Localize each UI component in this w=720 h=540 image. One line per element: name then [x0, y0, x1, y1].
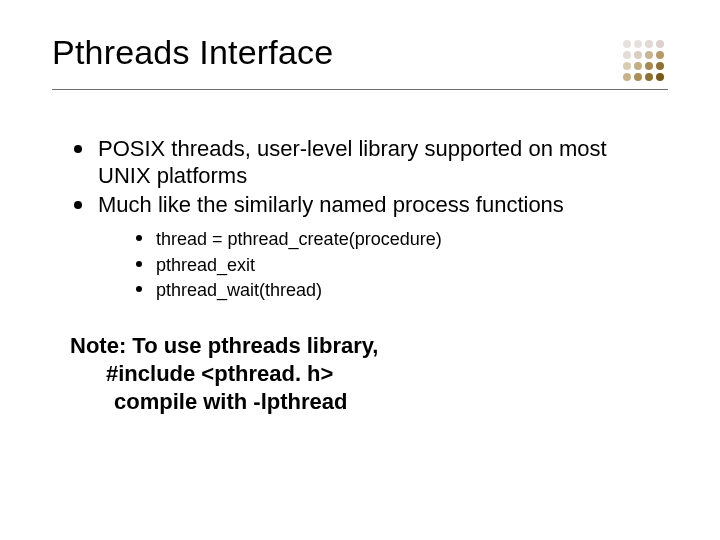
sub-bullet-text: pthread_wait(thread) [156, 280, 322, 300]
title-row: Pthreads Interface [52, 34, 668, 90]
slide-body: POSIX threads, user-level library suppor… [52, 136, 668, 416]
bullet-item: Much like the similarly named process fu… [70, 192, 662, 302]
dot-icon [623, 62, 631, 70]
note-line: compile with -lpthread [70, 388, 662, 416]
sub-bullet-text: pthread_exit [156, 255, 255, 275]
dot-icon [645, 40, 653, 48]
dot-icon [634, 73, 642, 81]
dot-icon [623, 73, 631, 81]
sub-bullet-item: thread = pthread_create(procedure) [134, 228, 662, 251]
dot-icon [645, 62, 653, 70]
dot-icon [634, 62, 642, 70]
dot-icon [656, 51, 664, 59]
bullet-text: POSIX threads, user-level library suppor… [98, 136, 607, 188]
dot-icon [623, 40, 631, 48]
bullet-list: POSIX threads, user-level library suppor… [70, 136, 662, 302]
dot-icon [623, 51, 631, 59]
dot-icon [645, 51, 653, 59]
dot-icon [634, 51, 642, 59]
sub-bullet-item: pthread_wait(thread) [134, 279, 662, 302]
bullet-item: POSIX threads, user-level library suppor… [70, 136, 662, 190]
note-line: Note: To use pthreads library, [70, 332, 662, 360]
sub-bullet-list: thread = pthread_create(procedure) pthre… [98, 228, 662, 301]
bullet-text: Much like the similarly named process fu… [98, 192, 564, 217]
dot-icon [656, 62, 664, 70]
dot-icon [634, 40, 642, 48]
sub-bullet-text: thread = pthread_create(procedure) [156, 229, 442, 249]
sub-bullet-item: pthread_exit [134, 254, 662, 277]
decorative-dot-grid-icon [623, 34, 668, 81]
dot-icon [656, 73, 664, 81]
note-block: Note: To use pthreads library, #include … [70, 332, 662, 416]
slide: Pthreads Interface POSIX threads, user-l… [0, 0, 720, 540]
note-line: #include <pthread. h> [70, 360, 662, 388]
dot-icon [645, 73, 653, 81]
slide-title: Pthreads Interface [52, 34, 333, 71]
dot-icon [656, 40, 664, 48]
